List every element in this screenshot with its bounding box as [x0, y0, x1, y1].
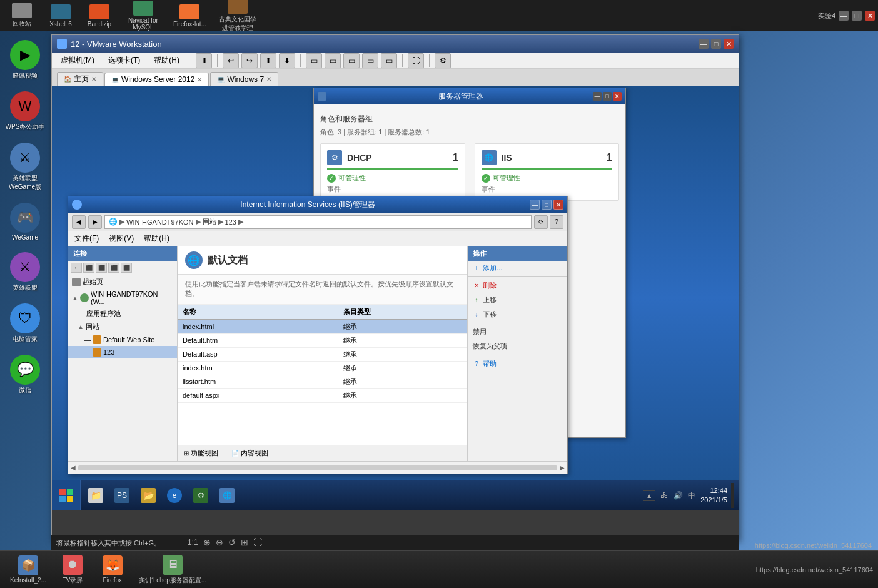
tree-btn-2[interactable]: ⬛ [83, 263, 94, 273]
tree-item-123[interactable]: — 123 [68, 346, 177, 358]
bottom-evrec[interactable]: ⏺ EV录屏 [54, 552, 91, 587]
tree-item-home[interactable]: 起始页 [68, 275, 177, 288]
vm-settings-btn[interactable]: ⚙ [435, 53, 451, 68]
sm-close[interactable]: ✕ [613, 92, 622, 101]
taskbar-item-xshell[interactable]: Xshell 6 [42, 2, 79, 30]
iis-menu-view[interactable]: 视图(V) [106, 232, 136, 245]
sidebar-pc-manager[interactable]: 🛡 电脑管家 [8, 301, 43, 346]
experiment-btn[interactable]: 实验4 [818, 11, 835, 21]
zoom-fit-btn[interactable]: ⊞ [241, 537, 248, 547]
bottom-firefox[interactable]: 🦊 Firefox [94, 553, 131, 586]
vm-view-2[interactable]: ▭ [325, 53, 341, 68]
action-delete[interactable]: ✕ 删除 [468, 278, 567, 293]
tree-item-sites[interactable]: ▲ 网站 [68, 320, 177, 333]
zoom-fullscreen-btn[interactable]: ⛶ [253, 537, 262, 547]
vmware-menu-vm[interactable]: 虚拟机(M) [57, 54, 98, 67]
sm-service-iis[interactable]: 🌐 IIS 1 ✓ 可管理性 事件 [475, 143, 620, 201]
vm-fullscreen-btn[interactable]: ⛶ [408, 53, 424, 68]
inner-task-ie[interactable]: e [162, 483, 187, 508]
vm-view-5[interactable]: ▭ [381, 53, 397, 68]
sidebar-heroes-wegame[interactable]: ⚔ 英雄联盟WeGame版 [0, 140, 50, 194]
vmware-menu-tab[interactable]: 选项卡(T) [104, 54, 144, 67]
tab-ws2012-close[interactable]: ✕ [197, 76, 202, 83]
zoom-in-btn[interactable]: ⊕ [203, 537, 211, 547]
outer-close[interactable]: ✕ [865, 11, 875, 21]
vm-btn-3[interactable]: ⬆ [260, 53, 276, 68]
inner-task-file[interactable]: 📁 [83, 483, 108, 508]
outer-minimize[interactable]: — [839, 11, 849, 21]
vm-btn-1[interactable]: ↩ [223, 53, 239, 68]
action-disable[interactable]: 禁用 [468, 325, 567, 339]
tree-btn-4[interactable]: ⬛ [108, 263, 119, 273]
inner-task-sm[interactable]: ⚙ [188, 483, 213, 508]
content-view-btn[interactable]: 📄 内容视图 [225, 445, 275, 461]
inner-task-folder[interactable]: 📂 [136, 483, 161, 508]
inner-task-net[interactable]: 🌐 [214, 483, 240, 508]
doc-table-row[interactable]: iisstart.htm继承 [178, 375, 467, 388]
vm-view-4[interactable]: ▭ [362, 53, 378, 68]
inner-start-button[interactable] [52, 480, 81, 510]
tab-win7[interactable]: 💻 Windows 7 ✕ [210, 72, 278, 86]
taskbar-item-navicat[interactable]: Navicat for MySQL [119, 0, 167, 33]
vm-btn-4[interactable]: ⬇ [279, 53, 295, 68]
tree-btn-1[interactable]: ← [71, 263, 82, 273]
iis-close[interactable]: ✕ [553, 200, 563, 210]
sidebar-wechat[interactable]: 💬 微信 [8, 352, 43, 397]
inner-task-ps[interactable]: PS [109, 483, 134, 508]
taskbar-item-firefox[interactable]: Firefox-lat... [168, 2, 211, 30]
show-desktop-btn[interactable] [731, 483, 734, 508]
vmware-minimize[interactable]: — [699, 39, 709, 49]
tray-show-hidden[interactable]: ▲ [643, 490, 655, 501]
outer-maximize[interactable]: □ [852, 11, 862, 21]
vm-pause-btn[interactable]: ⏸ [196, 53, 212, 68]
tab-win7-close[interactable]: ✕ [266, 76, 271, 83]
action-revert[interactable]: 恢复为父项 [468, 339, 567, 353]
iis-menu-help[interactable]: 帮助(H) [141, 232, 172, 245]
iis-back-btn[interactable]: ◀ [72, 215, 86, 229]
iis-help-btn[interactable]: ? [550, 215, 563, 229]
tree-btn-3[interactable]: ⬛ [96, 263, 107, 273]
iis-menu-file[interactable]: 文件(F) [72, 232, 101, 245]
vm-view-3[interactable]: ▭ [343, 53, 360, 68]
doc-table-row[interactable]: index.html继承 [178, 320, 467, 334]
action-up[interactable]: ↑ 上移 [468, 293, 567, 307]
sm-minimize[interactable]: — [593, 92, 602, 101]
vmware-maximize[interactable]: □ [711, 39, 721, 49]
tab-ws2012[interactable]: 💻 Windows Server 2012 ✕ [104, 73, 209, 86]
taskbar-item-culture[interactable]: 古典文化国学进管教学理 [213, 0, 263, 35]
iis-forward-btn[interactable]: ▶ [88, 215, 102, 229]
sidebar-wps[interactable]: W WPS办公助手 [3, 89, 48, 134]
bottom-keinstall[interactable]: 📦 KeInstall_2... [5, 553, 51, 586]
iis-minimize[interactable]: — [530, 200, 540, 210]
sm-service-dhcp[interactable]: ⚙ DHCP 1 ✓ 可管理性 事件 [320, 143, 465, 201]
vmware-menu-help[interactable]: 帮助(H) [150, 54, 183, 67]
tree-item-server[interactable]: ▲ WIN-HGANDT97KON (W... [68, 288, 177, 307]
tree-item-default-site[interactable]: — Default Web Site [68, 333, 177, 346]
iis-refresh-btn[interactable]: ⟳ [534, 215, 548, 229]
vm-view-1[interactable]: ▭ [306, 53, 322, 68]
tree-item-apppool[interactable]: — 应用程序池 [68, 307, 177, 320]
zoom-out-btn[interactable]: ⊖ [216, 537, 223, 547]
sidebar-tencent-video[interactable]: ▶ 腾讯视频 [8, 38, 43, 83]
tree-btn-5[interactable]: ⬛ [121, 263, 132, 273]
zoom-reset-btn[interactable]: ↺ [228, 537, 236, 547]
sidebar-heroes[interactable]: ⚔ 英雄联盟 [8, 250, 43, 295]
taskbar-item-bandizip[interactable]: Bandizip [81, 2, 118, 30]
doc-table-row[interactable]: Default.htm继承 [178, 333, 467, 347]
tab-home[interactable]: 🏠 主页 ✕ [57, 72, 103, 86]
taskbar-item-recyclebin[interactable]: 回收站 [3, 1, 41, 31]
sm-maximize[interactable]: □ [603, 92, 612, 101]
doc-table-row[interactable]: default.aspx继承 [178, 388, 467, 402]
action-down[interactable]: ↓ 下移 [468, 307, 567, 322]
action-help[interactable]: ? 帮助 [468, 357, 567, 371]
action-add[interactable]: + 添加... [468, 261, 567, 275]
doc-table-row[interactable]: index.htm继承 [178, 361, 467, 375]
tab-home-close[interactable]: ✕ [91, 76, 96, 83]
iis-address-input[interactable]: 🌐 ▶ WIN-HGANDT97KON ▶ 网站 ▶ 123 ▶ [104, 215, 532, 229]
iis-maximize[interactable]: □ [542, 200, 552, 210]
sidebar-wegame[interactable]: 🎮 WeGame [8, 200, 43, 243]
bottom-dhcp[interactable]: 🖥 实训1 dhcp服务器配置... [134, 552, 211, 587]
vmware-close[interactable]: ✕ [724, 39, 734, 49]
feature-view-btn[interactable]: ⊞ 功能视图 [178, 445, 225, 461]
vm-btn-2[interactable]: ↪ [241, 53, 258, 68]
